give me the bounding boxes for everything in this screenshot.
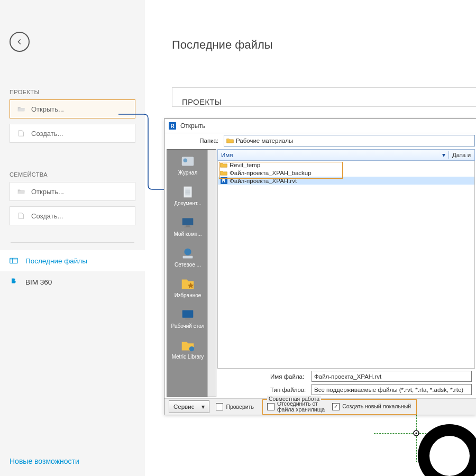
file-list[interactable]: Revit_tempФайл-проекта_ХРАН_backupRФайл-…: [217, 161, 475, 369]
filetype-label: Тип файлов:: [270, 387, 308, 393]
file-name: Revit_temp: [230, 162, 260, 168]
group-title: Совместная работа: [267, 396, 321, 402]
service-menu-button[interactable]: Сервис▾: [169, 400, 209, 413]
file-row[interactable]: Revit_temp: [218, 161, 474, 169]
button-label: Создать...: [31, 130, 63, 138]
revit-icon: R: [169, 122, 176, 130]
dialog-toolbar: Сервис▾ Проверить Совместная работа Отсо…: [164, 398, 476, 415]
folder-combo[interactable]: Рабочие материалы: [224, 135, 475, 147]
dialog-titlebar[interactable]: R Открыть: [164, 119, 476, 133]
nav-label: BIM 360: [25, 278, 52, 286]
svg-rect-9: [184, 227, 191, 228]
nav-bim360[interactable]: BIM 360: [0, 271, 145, 292]
chevron-down-icon: ▾: [202, 403, 205, 410]
back-button[interactable]: [10, 32, 30, 52]
detach-checkbox[interactable]: Отсоединить от файла хранилища: [267, 401, 325, 413]
file-name: Файл-проекта_ХРАН.rvt: [230, 178, 297, 184]
svg-rect-7: [182, 218, 194, 225]
worksharing-group: Совместная работа Отсоединить от файла х…: [262, 399, 417, 415]
section-heading: ПРОЕКТЫ: [182, 97, 476, 106]
svg-rect-0: [10, 258, 17, 263]
svg-point-10: [184, 249, 191, 255]
filename-label: Имя файла:: [270, 373, 308, 380]
dialog-title-text: Открыть: [180, 122, 205, 130]
button-label: Открыть...: [31, 105, 64, 113]
projects-section: ПРОЕКТЫ: [172, 87, 476, 107]
crosshair-icon: [413, 429, 420, 437]
places-bar: Журнал Документ... Мой комп... Сетевое .…: [167, 149, 216, 397]
create-local-checkbox[interactable]: ✓Создать новый локальный: [332, 403, 411, 410]
arrow-left-icon: [15, 38, 24, 46]
svg-rect-8: [186, 226, 190, 227]
folder-icon: [220, 162, 227, 168]
place-desktop[interactable]: Рабочий стол: [167, 303, 216, 334]
divider: [11, 242, 134, 243]
svg-rect-11: [183, 256, 193, 259]
svg-point-14: [189, 346, 194, 351]
button-label: Открыть...: [31, 188, 64, 196]
svg-point-5: [184, 158, 188, 162]
nav-recent-files[interactable]: Последние файлы: [0, 250, 145, 271]
place-network[interactable]: Сетевое ...: [167, 242, 216, 272]
canvas-preview: [310, 415, 476, 476]
folder-icon: [220, 170, 227, 176]
place-documents[interactable]: Документ...: [167, 180, 216, 211]
col-name: Имя: [221, 152, 233, 158]
file-row[interactable]: RФайл-проекта_ХРАН.rvt: [218, 177, 474, 185]
button-label: Создать...: [31, 212, 63, 220]
families-create-button[interactable]: Создать...: [10, 206, 135, 225]
file-row[interactable]: Файл-проекта_ХРАН_backup: [218, 169, 474, 177]
place-history[interactable]: Журнал: [167, 150, 216, 180]
filetype-combo[interactable]: Все поддерживаемые файлы (*.rvt, *.rfa, …: [312, 384, 472, 395]
col-date: Дата и: [449, 152, 474, 158]
svg-point-2: [415, 432, 417, 434]
projects-heading: ПРОЕКТЫ: [10, 89, 145, 95]
projects-create-button[interactable]: Создать...: [10, 124, 135, 143]
folder-open-icon: [17, 188, 25, 195]
place-favorites[interactable]: Избранное: [167, 272, 216, 303]
bim360-icon: [10, 278, 18, 286]
recent-icon: [10, 257, 18, 265]
place-computer[interactable]: Мой комп...: [167, 211, 216, 242]
new-file-icon: [17, 213, 25, 219]
svg-rect-13: [185, 318, 190, 320]
families-open-button[interactable]: Открыть...: [10, 182, 135, 201]
start-sidebar: ПРОЕКТЫ Открыть... Создать... СЕМЕЙСТВА …: [0, 0, 145, 476]
open-dialog: R Открыть Папка: Рабочие материалы Журна…: [164, 118, 476, 415]
whats-new-link[interactable]: Новые возможности: [10, 457, 145, 465]
column-header[interactable]: Имя▾ Дата и: [217, 149, 475, 161]
file-name: Файл-проекта_ХРАН_backup: [230, 170, 312, 176]
revit-file-icon: R: [220, 178, 227, 184]
nav-label: Последние файлы: [25, 257, 87, 265]
svg-rect-12: [182, 310, 194, 318]
new-file-icon: [17, 130, 25, 136]
svg-rect-6: [184, 187, 192, 198]
folder-open-icon: [17, 106, 25, 112]
page-title: Последние файлы: [172, 38, 476, 52]
projects-open-button[interactable]: Открыть...: [10, 99, 135, 118]
audit-checkbox[interactable]: Проверить: [216, 403, 254, 410]
folder-value: Рабочие материалы: [236, 138, 293, 144]
folder-icon: [226, 138, 234, 144]
filename-input[interactable]: Файл-проекта_ХРАН.rvt: [312, 371, 472, 382]
place-metric-library[interactable]: Metric Library: [167, 334, 216, 364]
sort-arrow-icon: ▾: [442, 151, 445, 159]
families-heading: СЕМЕЙСТВА: [10, 171, 145, 178]
folder-label: Папка:: [196, 138, 218, 144]
